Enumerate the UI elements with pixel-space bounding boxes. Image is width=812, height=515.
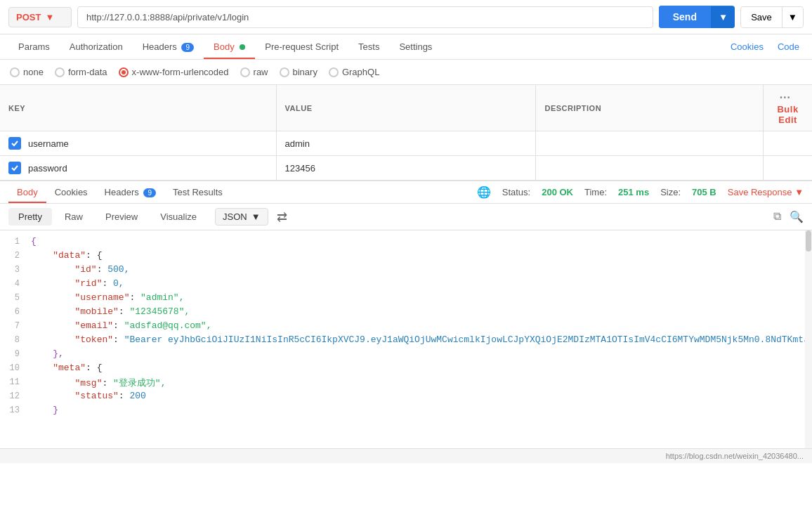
radio-none[interactable]: none	[10, 67, 44, 77]
radio-urlencoded-circle	[119, 67, 129, 77]
line-number: 8	[0, 334, 28, 348]
body-options: none form-data x-www-form-urlencoded raw…	[0, 60, 812, 85]
line-content: "meta": {	[28, 363, 812, 377]
col-key: KEY	[0, 85, 276, 131]
tab-authorization[interactable]: Authorization	[60, 34, 133, 59]
resp-tab-test-results[interactable]: Test Results	[164, 181, 231, 203]
line-number: 5	[0, 292, 28, 306]
copy-icon[interactable]: ⧉	[773, 210, 781, 223]
send-dropdown-button[interactable]: ▼	[711, 6, 735, 28]
line-content: "msg": "登录成功",	[28, 377, 812, 391]
code-line: 1{	[0, 236, 812, 250]
tab-headers[interactable]: Headers 9	[133, 34, 204, 59]
row1-value: admin	[276, 131, 536, 156]
line-content: "status": 200	[28, 391, 812, 405]
radio-graphql-label: GraphQL	[342, 67, 379, 77]
line-content: "mobile": "12345678",	[28, 306, 812, 320]
size-label: Size:	[660, 187, 681, 197]
request-tabs: Params Authorization Headers 9 Body Pre-…	[0, 34, 812, 60]
row1-checkbox[interactable]	[8, 137, 21, 150]
globe-icon[interactable]: 🌐	[477, 185, 491, 199]
status-label: Status:	[502, 187, 530, 197]
more-icon[interactable]: ⋯	[779, 91, 792, 103]
format-chevron-icon: ▼	[251, 211, 261, 222]
resp-tab-body[interactable]: Body	[8, 181, 46, 203]
line-content: "email": "adsfad@qq.com",	[28, 320, 812, 334]
format-selector[interactable]: JSON ▼	[215, 208, 268, 226]
table-row: username admin	[0, 131, 812, 156]
row2-value: 123456	[276, 156, 536, 181]
response-status-bar: 🌐 Status: 200 OK Time: 251 ms Size: 705 …	[477, 185, 804, 199]
resp-tab-headers[interactable]: Headers 9	[96, 181, 164, 203]
code-line: 13 }	[0, 405, 812, 419]
resp-tab-cookies[interactable]: Cookies	[46, 181, 96, 203]
bottom-url: https://blog.csdn.net/weixin_42036480...	[666, 452, 804, 460]
format-label: JSON	[223, 211, 247, 222]
radio-graphql[interactable]: GraphQL	[329, 67, 379, 77]
radio-urlencoded-label: x-www-form-urlencoded	[132, 67, 229, 77]
method-label: POST	[16, 12, 41, 22]
line-number: 13	[0, 405, 28, 419]
save-response-button[interactable]: Save Response ▼	[728, 187, 804, 197]
line-content: "username": "admin",	[28, 292, 812, 306]
time-label: Time:	[584, 187, 607, 197]
cookies-link[interactable]: Cookies	[726, 34, 768, 59]
line-content: },	[28, 348, 812, 363]
scrollbar-thumb[interactable]	[806, 230, 811, 252]
col-actions: ⋯ Bulk Edit	[764, 85, 812, 131]
code-line: 2 "data": {	[0, 250, 812, 264]
status-value: 200 OK	[542, 187, 573, 197]
tab-pre-request[interactable]: Pre-request Script	[255, 34, 348, 59]
scrollbar-vertical[interactable]	[805, 230, 812, 448]
line-number: 4	[0, 278, 28, 292]
send-main-button[interactable]: Send	[659, 6, 711, 28]
radio-urlencoded[interactable]: x-www-form-urlencoded	[119, 67, 229, 77]
radio-raw-label: raw	[254, 67, 268, 77]
code-line: 5 "username": "admin",	[0, 292, 812, 306]
viewer-tab-preview[interactable]: Preview	[96, 208, 148, 226]
code-area: 1{2 "data": {3 "id": 500,4 "rid": 0,5 "u…	[0, 230, 812, 448]
method-chevron-icon: ▼	[45, 12, 54, 22]
radio-raw[interactable]: raw	[240, 67, 268, 77]
viewer-tab-raw[interactable]: Raw	[55, 208, 93, 226]
line-number: 9	[0, 348, 28, 363]
save-dropdown-button[interactable]: ▼	[782, 7, 803, 27]
row2-description	[536, 156, 764, 181]
radio-binary[interactable]: binary	[280, 67, 317, 77]
code-line: 8 "token": "Bearer eyJhbGciOiJIUzI1NiIsI…	[0, 334, 812, 348]
headers-badge: 9	[181, 43, 194, 52]
tab-settings[interactable]: Settings	[389, 34, 442, 59]
row2-key: password	[28, 163, 67, 174]
wrap-icon[interactable]: ⇄	[277, 209, 287, 225]
viewer-tabs: Pretty Raw Preview Visualize JSON ▼ ⇄ ⧉ …	[0, 204, 812, 230]
line-number: 3	[0, 264, 28, 278]
radio-raw-circle	[240, 67, 250, 77]
table-row: password 123456	[0, 156, 812, 181]
viewer-tab-visualize[interactable]: Visualize	[150, 208, 207, 226]
radio-graphql-circle	[329, 67, 339, 77]
method-selector[interactable]: POST ▼	[8, 7, 72, 27]
code-link[interactable]: Code	[773, 34, 804, 59]
line-number: 12	[0, 391, 28, 405]
bulk-edit-button[interactable]: Bulk Edit	[777, 104, 798, 125]
line-number: 6	[0, 306, 28, 320]
row1-key: username	[28, 138, 69, 149]
code-line: 12 "status": 200	[0, 391, 812, 405]
code-line: 9 },	[0, 348, 812, 363]
url-input[interactable]	[77, 6, 653, 28]
code-line: 10 "meta": {	[0, 363, 812, 377]
search-icon[interactable]: 🔍	[790, 210, 804, 223]
line-content: "id": 500,	[28, 264, 812, 278]
viewer-icons: ⧉ 🔍	[773, 210, 804, 223]
radio-binary-label: binary	[293, 67, 317, 77]
tab-tests[interactable]: Tests	[348, 34, 389, 59]
save-main-button[interactable]: Save	[741, 7, 782, 27]
code-line: 7 "email": "adsfad@qq.com",	[0, 320, 812, 334]
radio-form-data[interactable]: form-data	[55, 67, 107, 77]
tab-body[interactable]: Body	[204, 34, 255, 59]
row2-checkbox[interactable]	[8, 162, 21, 174]
radio-none-label: none	[23, 67, 44, 77]
viewer-tab-pretty[interactable]: Pretty	[8, 208, 52, 226]
line-number: 2	[0, 250, 28, 264]
tab-params[interactable]: Params	[8, 34, 60, 59]
